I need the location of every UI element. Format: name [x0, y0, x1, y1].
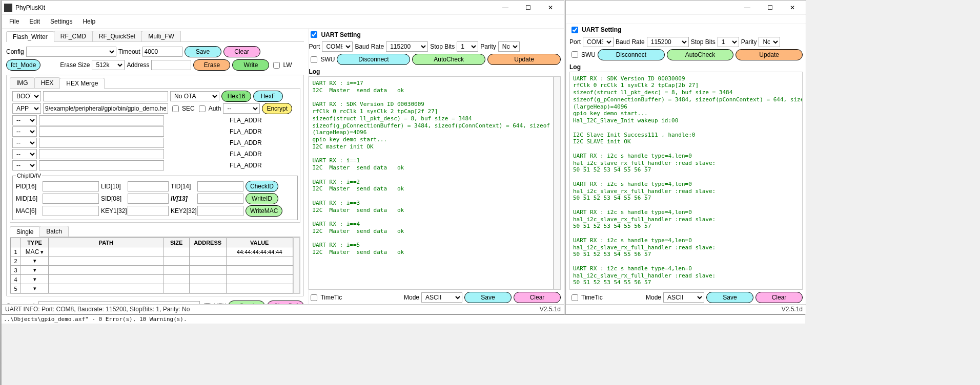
port-select[interactable]: COM8 [322, 41, 353, 52]
tab-multi-fw[interactable]: Multi_FW [141, 31, 181, 41]
sec-checkbox[interactable]: SEC [170, 104, 195, 114]
update-button[interactable]: Update [487, 54, 561, 65]
clearbuf-button[interactable]: ClearBuf [267, 301, 304, 304]
autocheck-button-2[interactable]: AutoCheck [667, 49, 734, 60]
pid-input[interactable] [43, 181, 99, 191]
stopbits-select-2[interactable]: 1 [718, 37, 739, 47]
log-save-button-2[interactable]: Save [706, 292, 753, 303]
tab-flash-writer[interactable]: Flash_Writer [6, 31, 54, 42]
slot-select-1[interactable]: -- [12, 115, 37, 125]
encrypt-button[interactable]: Encrypt [262, 103, 292, 114]
swu-checkbox[interactable]: SWU [309, 55, 335, 65]
parity-select-2[interactable]: No [759, 37, 780, 47]
maximize-button[interactable]: ☐ [517, 1, 539, 15]
write-button[interactable]: Write [232, 59, 269, 71]
batch-tabs: Single Batch [10, 226, 300, 237]
mode-select-2[interactable]: ASCII [663, 292, 704, 303]
uart-enable-checkbox-2[interactable] [571, 27, 578, 33]
uart-enable-checkbox[interactable] [311, 31, 317, 38]
log-clear-button-2[interactable]: Clear [756, 292, 803, 303]
slot-path-1[interactable] [39, 115, 164, 125]
tab-rf-cmd[interactable]: RF_CMD [54, 31, 93, 41]
minimize-button[interactable]: — [494, 1, 517, 15]
baud-select[interactable]: 115200 [386, 41, 428, 52]
close-button-2[interactable]: ✕ [781, 1, 804, 15]
timeout-label: Timeout [118, 48, 140, 55]
slot-path-2[interactable] [39, 126, 164, 137]
tab-hex-merge[interactable]: HEX Merge [59, 78, 105, 89]
disconnect-button[interactable]: Disconnect [337, 54, 410, 65]
app-path-input[interactable] [43, 103, 168, 114]
log-clear-button[interactable]: Clear [514, 292, 561, 303]
erase-size-select[interactable]: 512k [92, 60, 125, 70]
hex16-button[interactable]: Hex16 [221, 91, 251, 102]
close-button[interactable]: ✕ [539, 1, 562, 15]
stopbits-select[interactable]: 1 [457, 41, 478, 52]
tid-input[interactable] [197, 181, 243, 191]
fla-addr-4: FLA_ADDR [230, 151, 262, 158]
fct-mode-button[interactable]: fct_Mode [6, 59, 40, 71]
baud-select-2[interactable]: 115200 [647, 37, 689, 47]
mid-input[interactable] [43, 194, 99, 204]
lid-input[interactable] [128, 181, 169, 191]
menu-edit[interactable]: Edit [24, 16, 45, 27]
menu-help[interactable]: Help [77, 16, 100, 27]
slot-select-5[interactable]: -- [12, 160, 37, 170]
tab-rf-quickset[interactable]: RF_QuickSet [92, 31, 142, 41]
slot-path-3[interactable] [39, 138, 164, 148]
app-select[interactable]: APP [12, 103, 41, 114]
tab-batch[interactable]: Batch [39, 226, 69, 237]
data-grid[interactable]: TYPE PATH SIZE ADDRESS VALUE 1MAC ▾44:44… [10, 238, 293, 293]
timeout-input[interactable] [142, 47, 182, 57]
auth-select[interactable]: -- [223, 103, 260, 114]
mac-label: MAC[6] [16, 207, 40, 215]
swu-checkbox-2[interactable]: SWU [569, 50, 596, 59]
save-button[interactable]: Save [185, 46, 221, 57]
auth-checkbox[interactable]: Auth [197, 104, 221, 114]
disconnect-button-2[interactable]: Disconnect [598, 49, 665, 60]
statusbar-1: UART INFO: Port: COM8, Baudrate: 115200,… [2, 304, 564, 314]
grid-scrollbar[interactable] [293, 238, 300, 293]
key2-input[interactable] [197, 206, 243, 216]
checkid-button[interactable]: CheckID [246, 181, 278, 192]
address-input[interactable] [151, 60, 191, 70]
ota-select[interactable]: No OTA [170, 91, 219, 101]
erase-button[interactable]: Erase [193, 59, 230, 71]
tab-single[interactable]: Single [10, 226, 40, 237]
tab-img[interactable]: IMG [10, 77, 35, 88]
sid-input[interactable] [128, 194, 169, 204]
menu-settings[interactable]: Settings [45, 16, 77, 27]
update-button-2[interactable]: Update [736, 49, 803, 60]
lw-checkbox[interactable]: LW [271, 60, 292, 70]
slot-path-5[interactable] [39, 160, 164, 170]
boot-select[interactable]: BOOT [12, 91, 41, 101]
timetic-checkbox[interactable]: TimeTic [309, 293, 342, 303]
key1-input[interactable] [128, 206, 169, 216]
slot-select-3[interactable]: -- [12, 138, 37, 148]
parity-select[interactable]: No [498, 41, 520, 52]
slot-select-4[interactable]: -- [12, 149, 37, 159]
clear-button[interactable]: Clear [223, 46, 260, 57]
maximize-button-2[interactable]: ☐ [759, 1, 781, 15]
config-select[interactable] [26, 47, 116, 57]
send-button[interactable]: Send [228, 301, 265, 304]
iv-input[interactable] [197, 194, 243, 204]
tab-hex[interactable]: HEX [34, 77, 60, 88]
writemac-button[interactable]: WriteMAC [246, 205, 282, 217]
boot-path-input[interactable] [43, 91, 168, 101]
minimize-button-2[interactable]: — [736, 1, 759, 15]
writeid-button[interactable]: WriteID [246, 193, 278, 204]
port-select-2[interactable]: COM3 [583, 37, 614, 47]
slot-path-4[interactable] [39, 149, 164, 159]
slot-select-2[interactable]: -- [12, 126, 37, 137]
log-scrollbar[interactable] [554, 76, 561, 290]
autocheck-button[interactable]: AutoCheck [412, 54, 485, 65]
menu-file[interactable]: File [4, 16, 24, 27]
mode-select[interactable]: ASCII [421, 292, 462, 303]
log-output-2[interactable]: UART RX : SDK Version ID 00030009 rfClk … [569, 72, 803, 290]
log-output-1[interactable]: UART RX : i==17 I2C Master send data ok … [309, 76, 554, 290]
mac-input[interactable] [43, 206, 99, 216]
timetic-checkbox-2[interactable]: TimeTic [569, 293, 603, 303]
hexf-button[interactable]: HexF [253, 91, 283, 102]
log-save-button[interactable]: Save [464, 292, 512, 303]
